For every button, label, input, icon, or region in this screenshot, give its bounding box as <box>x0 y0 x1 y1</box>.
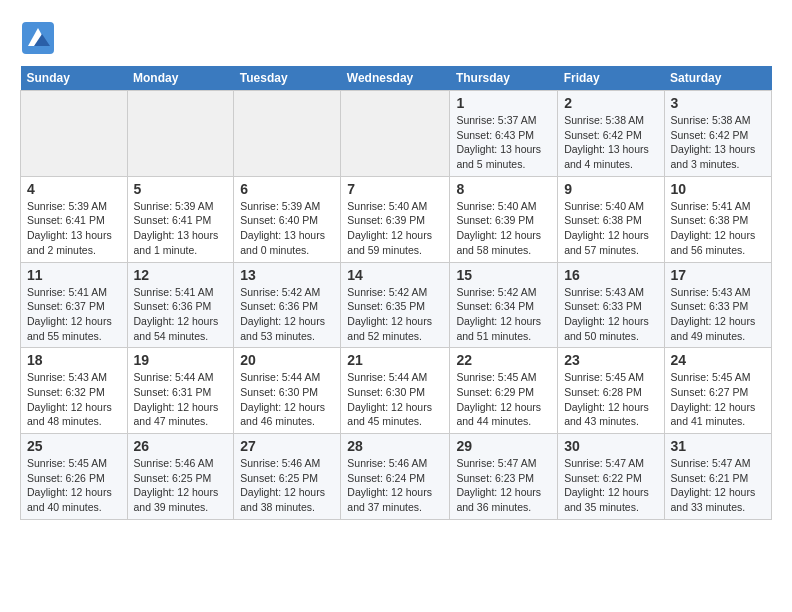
calendar-cell: 27Sunrise: 5:46 AM Sunset: 6:25 PM Dayli… <box>234 434 341 520</box>
day-info: Sunrise: 5:46 AM Sunset: 6:25 PM Dayligh… <box>240 456 334 515</box>
day-number: 4 <box>27 181 121 197</box>
calendar-cell: 10Sunrise: 5:41 AM Sunset: 6:38 PM Dayli… <box>664 176 771 262</box>
day-number: 10 <box>671 181 765 197</box>
day-number: 27 <box>240 438 334 454</box>
day-number: 30 <box>564 438 657 454</box>
calendar-cell: 3Sunrise: 5:38 AM Sunset: 6:42 PM Daylig… <box>664 91 771 177</box>
page-header <box>20 20 772 56</box>
col-header-wednesday: Wednesday <box>341 66 450 91</box>
day-number: 6 <box>240 181 334 197</box>
day-info: Sunrise: 5:38 AM Sunset: 6:42 PM Dayligh… <box>564 113 657 172</box>
week-row-5: 25Sunrise: 5:45 AM Sunset: 6:26 PM Dayli… <box>21 434 772 520</box>
day-number: 23 <box>564 352 657 368</box>
day-info: Sunrise: 5:47 AM Sunset: 6:21 PM Dayligh… <box>671 456 765 515</box>
day-number: 15 <box>456 267 551 283</box>
day-number: 5 <box>134 181 228 197</box>
calendar-cell: 26Sunrise: 5:46 AM Sunset: 6:25 PM Dayli… <box>127 434 234 520</box>
logo-icon <box>20 20 56 56</box>
calendar-cell: 9Sunrise: 5:40 AM Sunset: 6:38 PM Daylig… <box>558 176 664 262</box>
calendar-cell: 20Sunrise: 5:44 AM Sunset: 6:30 PM Dayli… <box>234 348 341 434</box>
day-number: 24 <box>671 352 765 368</box>
day-number: 17 <box>671 267 765 283</box>
calendar-cell: 22Sunrise: 5:45 AM Sunset: 6:29 PM Dayli… <box>450 348 558 434</box>
calendar-cell: 16Sunrise: 5:43 AM Sunset: 6:33 PM Dayli… <box>558 262 664 348</box>
day-info: Sunrise: 5:38 AM Sunset: 6:42 PM Dayligh… <box>671 113 765 172</box>
day-info: Sunrise: 5:41 AM Sunset: 6:36 PM Dayligh… <box>134 285 228 344</box>
col-header-monday: Monday <box>127 66 234 91</box>
calendar-cell: 12Sunrise: 5:41 AM Sunset: 6:36 PM Dayli… <box>127 262 234 348</box>
day-number: 14 <box>347 267 443 283</box>
day-info: Sunrise: 5:43 AM Sunset: 6:33 PM Dayligh… <box>564 285 657 344</box>
calendar-cell: 21Sunrise: 5:44 AM Sunset: 6:30 PM Dayli… <box>341 348 450 434</box>
day-info: Sunrise: 5:41 AM Sunset: 6:37 PM Dayligh… <box>27 285 121 344</box>
day-info: Sunrise: 5:45 AM Sunset: 6:26 PM Dayligh… <box>27 456 121 515</box>
day-info: Sunrise: 5:45 AM Sunset: 6:29 PM Dayligh… <box>456 370 551 429</box>
day-info: Sunrise: 5:39 AM Sunset: 6:41 PM Dayligh… <box>134 199 228 258</box>
day-number: 22 <box>456 352 551 368</box>
calendar-cell: 23Sunrise: 5:45 AM Sunset: 6:28 PM Dayli… <box>558 348 664 434</box>
day-info: Sunrise: 5:40 AM Sunset: 6:39 PM Dayligh… <box>347 199 443 258</box>
calendar-cell: 11Sunrise: 5:41 AM Sunset: 6:37 PM Dayli… <box>21 262 128 348</box>
calendar-cell: 6Sunrise: 5:39 AM Sunset: 6:40 PM Daylig… <box>234 176 341 262</box>
day-number: 25 <box>27 438 121 454</box>
day-info: Sunrise: 5:47 AM Sunset: 6:23 PM Dayligh… <box>456 456 551 515</box>
day-info: Sunrise: 5:42 AM Sunset: 6:35 PM Dayligh… <box>347 285 443 344</box>
day-info: Sunrise: 5:40 AM Sunset: 6:38 PM Dayligh… <box>564 199 657 258</box>
calendar-cell: 18Sunrise: 5:43 AM Sunset: 6:32 PM Dayli… <box>21 348 128 434</box>
week-row-1: 1Sunrise: 5:37 AM Sunset: 6:43 PM Daylig… <box>21 91 772 177</box>
day-number: 31 <box>671 438 765 454</box>
day-number: 29 <box>456 438 551 454</box>
day-number: 16 <box>564 267 657 283</box>
day-number: 21 <box>347 352 443 368</box>
calendar-cell: 30Sunrise: 5:47 AM Sunset: 6:22 PM Dayli… <box>558 434 664 520</box>
week-row-2: 4Sunrise: 5:39 AM Sunset: 6:41 PM Daylig… <box>21 176 772 262</box>
day-info: Sunrise: 5:43 AM Sunset: 6:32 PM Dayligh… <box>27 370 121 429</box>
day-info: Sunrise: 5:37 AM Sunset: 6:43 PM Dayligh… <box>456 113 551 172</box>
day-number: 1 <box>456 95 551 111</box>
calendar-cell <box>127 91 234 177</box>
day-info: Sunrise: 5:44 AM Sunset: 6:31 PM Dayligh… <box>134 370 228 429</box>
day-info: Sunrise: 5:42 AM Sunset: 6:34 PM Dayligh… <box>456 285 551 344</box>
day-info: Sunrise: 5:44 AM Sunset: 6:30 PM Dayligh… <box>347 370 443 429</box>
day-number: 9 <box>564 181 657 197</box>
calendar-cell: 4Sunrise: 5:39 AM Sunset: 6:41 PM Daylig… <box>21 176 128 262</box>
calendar-cell: 7Sunrise: 5:40 AM Sunset: 6:39 PM Daylig… <box>341 176 450 262</box>
col-header-sunday: Sunday <box>21 66 128 91</box>
col-header-saturday: Saturday <box>664 66 771 91</box>
day-info: Sunrise: 5:39 AM Sunset: 6:40 PM Dayligh… <box>240 199 334 258</box>
week-row-4: 18Sunrise: 5:43 AM Sunset: 6:32 PM Dayli… <box>21 348 772 434</box>
calendar-cell: 13Sunrise: 5:42 AM Sunset: 6:36 PM Dayli… <box>234 262 341 348</box>
day-info: Sunrise: 5:39 AM Sunset: 6:41 PM Dayligh… <box>27 199 121 258</box>
calendar-cell: 14Sunrise: 5:42 AM Sunset: 6:35 PM Dayli… <box>341 262 450 348</box>
day-number: 2 <box>564 95 657 111</box>
day-number: 20 <box>240 352 334 368</box>
calendar-cell: 19Sunrise: 5:44 AM Sunset: 6:31 PM Dayli… <box>127 348 234 434</box>
calendar-cell: 5Sunrise: 5:39 AM Sunset: 6:41 PM Daylig… <box>127 176 234 262</box>
calendar-cell: 2Sunrise: 5:38 AM Sunset: 6:42 PM Daylig… <box>558 91 664 177</box>
day-info: Sunrise: 5:45 AM Sunset: 6:28 PM Dayligh… <box>564 370 657 429</box>
calendar-cell <box>21 91 128 177</box>
week-row-3: 11Sunrise: 5:41 AM Sunset: 6:37 PM Dayli… <box>21 262 772 348</box>
day-number: 12 <box>134 267 228 283</box>
logo <box>20 20 62 56</box>
day-number: 7 <box>347 181 443 197</box>
calendar-cell: 15Sunrise: 5:42 AM Sunset: 6:34 PM Dayli… <box>450 262 558 348</box>
day-info: Sunrise: 5:40 AM Sunset: 6:39 PM Dayligh… <box>456 199 551 258</box>
calendar-cell: 29Sunrise: 5:47 AM Sunset: 6:23 PM Dayli… <box>450 434 558 520</box>
day-info: Sunrise: 5:47 AM Sunset: 6:22 PM Dayligh… <box>564 456 657 515</box>
calendar-cell: 8Sunrise: 5:40 AM Sunset: 6:39 PM Daylig… <box>450 176 558 262</box>
calendar-cell: 25Sunrise: 5:45 AM Sunset: 6:26 PM Dayli… <box>21 434 128 520</box>
day-info: Sunrise: 5:44 AM Sunset: 6:30 PM Dayligh… <box>240 370 334 429</box>
day-info: Sunrise: 5:42 AM Sunset: 6:36 PM Dayligh… <box>240 285 334 344</box>
calendar-table: SundayMondayTuesdayWednesdayThursdayFrid… <box>20 66 772 520</box>
day-number: 3 <box>671 95 765 111</box>
col-header-thursday: Thursday <box>450 66 558 91</box>
day-info: Sunrise: 5:46 AM Sunset: 6:24 PM Dayligh… <box>347 456 443 515</box>
day-number: 11 <box>27 267 121 283</box>
calendar-cell: 28Sunrise: 5:46 AM Sunset: 6:24 PM Dayli… <box>341 434 450 520</box>
calendar-cell: 17Sunrise: 5:43 AM Sunset: 6:33 PM Dayli… <box>664 262 771 348</box>
calendar-cell <box>341 91 450 177</box>
day-number: 28 <box>347 438 443 454</box>
day-info: Sunrise: 5:46 AM Sunset: 6:25 PM Dayligh… <box>134 456 228 515</box>
day-number: 18 <box>27 352 121 368</box>
